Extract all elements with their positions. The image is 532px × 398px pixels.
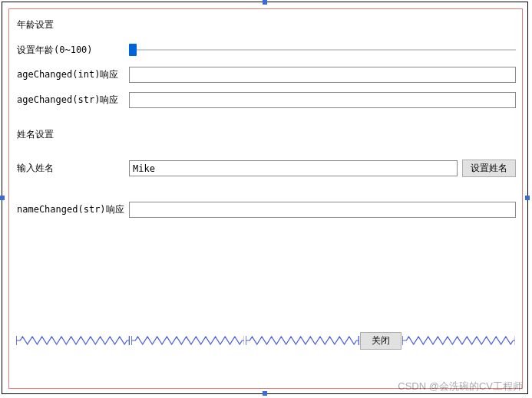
name-group-title: 姓名设置 bbox=[17, 128, 516, 141]
name-str-resp-label: nameChanged(str)响应 bbox=[15, 203, 129, 216]
horizontal-spacer bbox=[131, 336, 245, 345]
selection-handle-left[interactable] bbox=[0, 196, 5, 200]
age-int-resp-input[interactable] bbox=[129, 67, 516, 83]
age-int-resp-row: ageChanged(int)响应 bbox=[15, 67, 516, 83]
horizontal-spacer bbox=[16, 336, 130, 345]
age-int-resp-label: ageChanged(int)响应 bbox=[15, 68, 129, 81]
age-slider-row: 设置年龄(0~100) bbox=[15, 42, 516, 58]
layout-frame: 年龄设置 设置年龄(0~100) ageChanged(int)响应 ageCh… bbox=[8, 8, 523, 389]
name-str-resp-input[interactable] bbox=[129, 202, 516, 218]
selection-handle-top[interactable] bbox=[263, 0, 267, 5]
age-group-title: 年龄设置 bbox=[17, 18, 516, 31]
horizontal-spacer bbox=[246, 336, 359, 345]
name-input[interactable] bbox=[129, 160, 458, 176]
horizontal-spacer bbox=[402, 336, 516, 345]
selection-handle-bottom[interactable] bbox=[263, 391, 267, 396]
age-groupbox: 年龄设置 设置年龄(0~100) ageChanged(int)响应 ageCh… bbox=[15, 18, 516, 108]
bottom-button-row: 关闭 bbox=[15, 331, 516, 350]
slider-track bbox=[129, 49, 516, 51]
name-groupbox: 姓名设置 输入姓名 设置姓名 nameChanged(str)响应 bbox=[15, 128, 516, 218]
age-str-resp-input[interactable] bbox=[129, 92, 516, 108]
close-button-wrap: 关闭 bbox=[360, 332, 401, 350]
close-button[interactable]: 关闭 bbox=[360, 332, 401, 350]
age-str-resp-label: ageChanged(str)响应 bbox=[15, 94, 129, 107]
form-designer-frame: 年龄设置 设置年龄(0~100) ageChanged(int)响应 ageCh… bbox=[2, 2, 528, 394]
age-str-resp-row: ageChanged(str)响应 bbox=[15, 92, 516, 108]
name-input-label: 输入姓名 bbox=[15, 162, 129, 175]
set-name-button[interactable]: 设置姓名 bbox=[462, 160, 516, 177]
slider-thumb[interactable] bbox=[129, 44, 137, 56]
age-slider-label: 设置年龄(0~100) bbox=[15, 44, 129, 57]
name-input-row: 输入姓名 设置姓名 bbox=[15, 160, 516, 177]
selection-handle-right[interactable] bbox=[525, 196, 530, 200]
age-slider[interactable] bbox=[129, 42, 516, 58]
name-str-resp-row: nameChanged(str)响应 bbox=[15, 202, 516, 218]
form-content: 年龄设置 设置年龄(0~100) ageChanged(int)响应 ageCh… bbox=[15, 15, 516, 382]
